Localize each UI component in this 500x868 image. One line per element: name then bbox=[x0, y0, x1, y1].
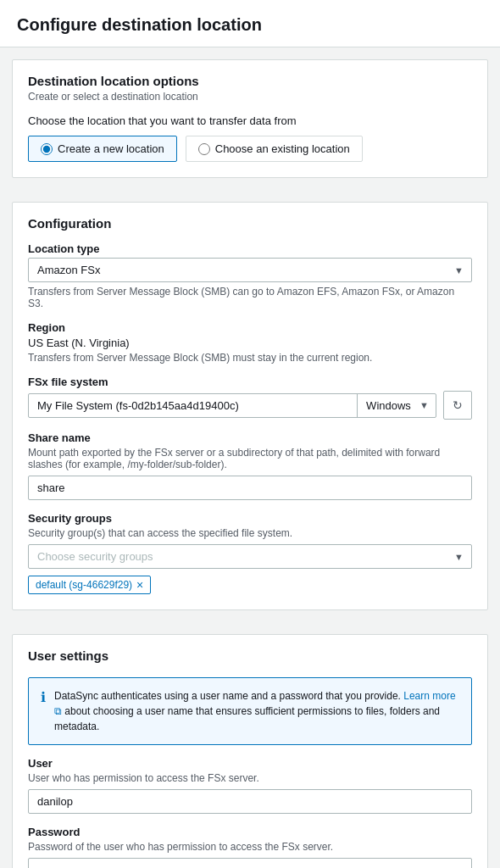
choose-existing-location-radio[interactable] bbox=[198, 143, 210, 155]
info-icon: ℹ bbox=[41, 689, 46, 705]
security-group-tag-label: default (sg-46629f29) bbox=[36, 579, 132, 591]
page-title: Configure destination location bbox=[0, 0, 500, 47]
region-desc: Transfers from Server Message Block (SMB… bbox=[28, 352, 472, 364]
fsx-select-container: My File System (fs-0d2b145aa4d19400c) Wi… bbox=[28, 393, 436, 418]
share-name-input[interactable] bbox=[28, 476, 472, 500]
password-input[interactable] bbox=[28, 858, 472, 868]
region-value: US East (N. Virginia) bbox=[28, 337, 472, 349]
user-settings-title: User settings bbox=[28, 648, 472, 663]
fsx-os-arrow-icon: ▼ bbox=[419, 400, 436, 410]
choose-existing-location-option[interactable]: Choose an existing location bbox=[186, 136, 363, 162]
destination-options-subtitle: Create or select a destination location bbox=[28, 91, 472, 103]
location-type-radio-group: Create a new location Choose an existing… bbox=[28, 136, 472, 162]
location-prompt: Choose the location that you want to tra… bbox=[28, 114, 472, 127]
user-input[interactable] bbox=[28, 789, 472, 814]
password-label: Password bbox=[28, 826, 472, 838]
external-link-icon: ⧉ bbox=[54, 705, 62, 717]
configuration-section: Configuration Location type Amazon FSx A… bbox=[12, 202, 488, 610]
refresh-icon: ↻ bbox=[453, 398, 463, 412]
location-type-select-wrapper: Amazon FSx Amazon EFS Amazon S3 ▼ bbox=[28, 258, 472, 282]
fsx-os-select[interactable]: Windows Linux bbox=[357, 394, 419, 417]
location-type-desc: Transfers from Server Message Block (SMB… bbox=[28, 286, 472, 309]
user-settings-section: User settings ℹ DataSync authenticates u… bbox=[12, 634, 488, 868]
password-desc: Password of the user who has permission … bbox=[28, 841, 472, 853]
fsx-file-system-select[interactable]: My File System (fs-0d2b145aa4d19400c) bbox=[29, 394, 357, 417]
fsx-refresh-button[interactable]: ↻ bbox=[443, 391, 472, 420]
user-desc: User who has permission to access the FS… bbox=[28, 772, 472, 784]
security-groups-select-wrapper: Choose security groups ▼ bbox=[28, 544, 472, 569]
security-group-tag-remove[interactable]: × bbox=[136, 579, 143, 591]
security-groups-label: Security groups bbox=[28, 512, 472, 525]
user-settings-info-box: ℹ DataSync authenticates using a user na… bbox=[28, 677, 472, 745]
user-label: User bbox=[28, 757, 472, 770]
fsx-file-system-label: FSx file system bbox=[28, 376, 472, 388]
security-groups-select[interactable]: Choose security groups bbox=[28, 544, 472, 569]
security-groups-tags: default (sg-46629f29) × bbox=[28, 576, 472, 594]
create-new-location-option[interactable]: Create a new location bbox=[28, 136, 177, 162]
region-label: Region bbox=[28, 321, 472, 334]
security-group-tag: default (sg-46629f29) × bbox=[28, 576, 151, 594]
create-new-location-radio[interactable] bbox=[41, 143, 53, 155]
info-box-text: DataSync authenticates using a user name… bbox=[54, 688, 459, 734]
share-name-desc: Mount path exported by the FSx server or… bbox=[28, 447, 472, 470]
security-groups-desc: Security group(s) that can access the sp… bbox=[28, 527, 472, 539]
destination-options-section: Destination location options Create or s… bbox=[12, 59, 488, 178]
configuration-title: Configuration bbox=[28, 216, 472, 231]
destination-options-title: Destination location options bbox=[28, 74, 472, 88]
share-name-label: Share name bbox=[28, 431, 472, 444]
fsx-file-system-row: My File System (fs-0d2b145aa4d19400c) Wi… bbox=[28, 391, 472, 420]
location-type-label: Location type bbox=[28, 242, 472, 255]
location-type-select[interactable]: Amazon FSx Amazon EFS Amazon S3 bbox=[28, 258, 472, 282]
